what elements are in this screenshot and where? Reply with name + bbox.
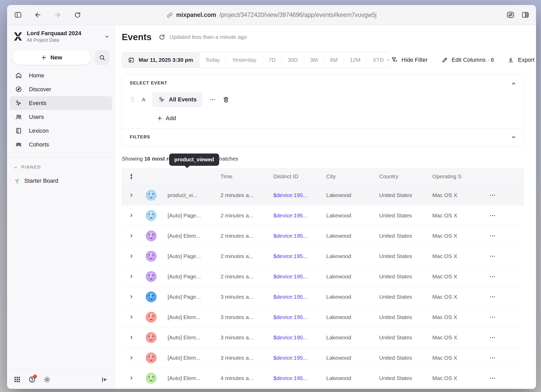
- preset-6m[interactable]: 6M: [324, 52, 343, 68]
- row-actions-icon[interactable]: [484, 273, 524, 280]
- row-actions-icon[interactable]: [484, 334, 524, 341]
- table-row[interactable]: [Auto] Page... 3 minutes a... $device:19…: [122, 287, 524, 307]
- row-actions-icon[interactable]: [484, 232, 524, 239]
- table-row[interactable]: [Auto] Page... 2 minutes a... $device:19…: [122, 246, 524, 266]
- distinct-id-link[interactable]: $device:195...: [268, 212, 321, 219]
- row-actions-icon[interactable]: [484, 293, 524, 300]
- event-tooltip: product_viewed: [169, 154, 219, 166]
- row-actions-icon[interactable]: [484, 192, 524, 199]
- event-selector-chip[interactable]: All Events: [152, 92, 203, 107]
- sidebar-item-events[interactable]: Events: [10, 96, 112, 110]
- apps-grid-icon[interactable]: [14, 376, 21, 383]
- event-time: 2 minutes a...: [215, 273, 268, 280]
- table-row[interactable]: [Auto] Page... 2 minutes a... $device:19…: [122, 205, 524, 226]
- expand-row-icon[interactable]: [122, 213, 141, 218]
- new-button[interactable]: New: [12, 50, 91, 65]
- chevron-up-icon[interactable]: [511, 81, 516, 86]
- sidebar-item-discover[interactable]: Discover: [10, 82, 112, 96]
- sort-icon[interactable]: [122, 173, 141, 180]
- distinct-id-link[interactable]: $device:195...: [268, 233, 321, 239]
- distinct-id-link[interactable]: $device:195...: [268, 314, 321, 320]
- expand-row-icon[interactable]: [122, 356, 141, 360]
- table-row[interactable]: [Auto] Elem... 2 minutes a... $device:19…: [122, 226, 524, 246]
- chevron-down-icon[interactable]: [511, 134, 516, 140]
- expand-row-icon[interactable]: [122, 193, 141, 197]
- row-actions-icon[interactable]: [484, 212, 524, 219]
- pinned-section-header[interactable]: PINNED: [13, 163, 115, 172]
- export-button[interactable]: Export: [507, 57, 534, 63]
- chevron-down-icon: [386, 58, 390, 62]
- split-view-icon[interactable]: [521, 11, 529, 19]
- address-bar[interactable]: mixpanel.com/project/3472420/view/397469…: [167, 5, 377, 25]
- preset-30d[interactable]: 30D: [282, 52, 304, 68]
- sidebar-item-cohorts[interactable]: Cohorts: [10, 138, 112, 151]
- country-value: United States: [373, 314, 427, 320]
- more-options-icon[interactable]: [210, 96, 216, 103]
- distinct-id-link[interactable]: $device:195...: [268, 253, 321, 259]
- expand-row-icon[interactable]: [122, 295, 141, 299]
- sidebar-item-label: Home: [29, 72, 44, 79]
- table-row[interactable]: [Auto] Page... 2 minutes a... $device:19…: [122, 266, 524, 287]
- delete-step-icon[interactable]: [223, 96, 229, 103]
- event-name: [Auto] Elem...: [161, 375, 215, 381]
- distinct-id-link[interactable]: $device:195...: [268, 294, 321, 300]
- distinct-id-link[interactable]: $device:195...: [268, 192, 321, 198]
- page-settings-icon[interactable]: [506, 11, 515, 19]
- column-header-time[interactable]: Time: [215, 173, 268, 180]
- table-row[interactable]: [Auto] Elem... 3 minutes a... $device:19…: [122, 327, 524, 348]
- hide-filter-button[interactable]: Hide Filter: [391, 57, 428, 63]
- expand-row-icon[interactable]: [122, 335, 141, 340]
- refresh-icon[interactable]: [73, 11, 82, 19]
- date-picker[interactable]: Mar 11, 2025 3:30 pm: [122, 52, 199, 68]
- forward-icon: [53, 11, 62, 19]
- preset-today[interactable]: Today: [199, 52, 226, 68]
- table-row[interactable]: [Auto] Elem... 3 minutes a... $device:19…: [122, 307, 524, 327]
- project-switcher[interactable]: Lord Farquaad 2024 All Project Data: [7, 25, 115, 43]
- event-name: [Auto] Page...: [161, 294, 215, 300]
- table-row[interactable]: [122, 388, 524, 389]
- row-actions-icon[interactable]: [484, 375, 524, 382]
- table-row[interactable]: [Auto] Elem... 3 minutes a... $device:19…: [122, 348, 524, 368]
- expand-row-icon[interactable]: [122, 315, 141, 319]
- column-header-country[interactable]: Country: [373, 173, 427, 180]
- pinned-item-label: Starter Board: [24, 177, 58, 184]
- refresh-results-icon[interactable]: [158, 34, 165, 41]
- row-actions-icon[interactable]: [484, 314, 524, 321]
- drag-handle[interactable]: [130, 96, 135, 103]
- expand-row-icon[interactable]: [122, 234, 141, 238]
- country-value: United States: [373, 192, 427, 198]
- collapse-sidebar-icon[interactable]: [101, 376, 108, 383]
- column-header-distinct-id[interactable]: Distinct ID: [268, 173, 321, 180]
- distinct-id-link[interactable]: $device:195...: [268, 375, 321, 381]
- search-button[interactable]: [95, 50, 109, 65]
- expand-row-icon[interactable]: [122, 274, 141, 279]
- add-event-button[interactable]: Add: [157, 114, 516, 122]
- preset-yesterday[interactable]: Yesterday: [226, 52, 262, 68]
- sidebar-item-starter-board[interactable]: Starter Board: [14, 176, 115, 186]
- table-row[interactable]: product_vi... 2 minutes a... $device:195…: [122, 185, 524, 205]
- preset-3m[interactable]: 3M: [304, 52, 324, 68]
- table-row[interactable]: [Auto] Elem... 4 minutes a... $device:19…: [122, 368, 524, 388]
- row-actions-icon[interactable]: [484, 253, 524, 260]
- distinct-id-link[interactable]: $device:195...: [268, 334, 321, 341]
- sidebar-item-home[interactable]: Home: [10, 69, 112, 82]
- sidebar-item-lexicon[interactable]: Lexicon: [10, 124, 112, 138]
- gear-icon[interactable]: [44, 376, 51, 383]
- help-icon[interactable]: [28, 376, 36, 383]
- sidebar-item-users[interactable]: Users: [10, 110, 112, 124]
- row-actions-icon[interactable]: [484, 354, 524, 361]
- column-header-city[interactable]: City: [321, 173, 373, 180]
- preset-12m[interactable]: 12M: [343, 52, 366, 68]
- table-body: product_vi... 2 minutes a... $device:195…: [122, 185, 524, 389]
- expand-row-icon[interactable]: [122, 254, 141, 258]
- back-icon[interactable]: [34, 11, 42, 19]
- expand-row-icon[interactable]: [122, 376, 141, 380]
- preset-xtd[interactable]: XTD: [366, 52, 391, 68]
- preset-7d[interactable]: 7D: [262, 52, 282, 68]
- sidebar-toggle-icon[interactable]: [14, 11, 22, 19]
- distinct-id-link[interactable]: $device:195...: [268, 273, 321, 280]
- column-header-os[interactable]: Operating S: [427, 173, 484, 180]
- avatar: [141, 312, 161, 323]
- edit-columns-button[interactable]: Edit Columns · 6: [441, 57, 494, 63]
- distinct-id-link[interactable]: $device:195...: [268, 355, 321, 361]
